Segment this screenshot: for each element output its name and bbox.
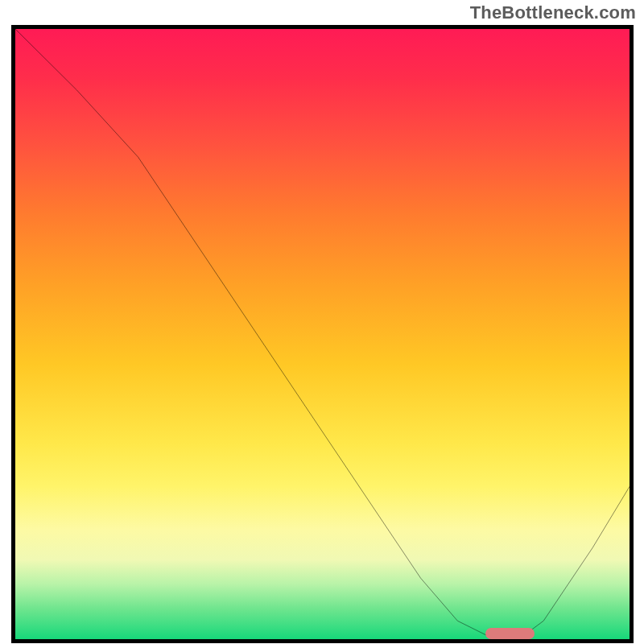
optimal-range-marker [485, 628, 535, 639]
curve-path [15, 29, 630, 639]
watermark-text: TheBottleneck.com [470, 2, 636, 23]
chart-container: TheBottleneck.com [0, 0, 644, 644]
bottleneck-curve [15, 29, 630, 639]
plot-frame [11, 25, 634, 643]
